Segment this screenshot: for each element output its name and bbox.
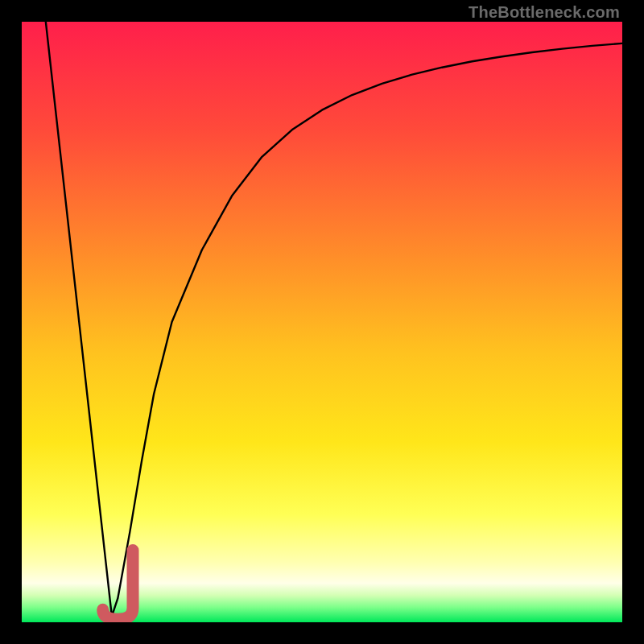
chart-frame [22,22,622,622]
gradient-background [22,22,622,622]
bottleneck-chart [22,22,622,622]
watermark-text: TheBottleneck.com [469,3,620,22]
